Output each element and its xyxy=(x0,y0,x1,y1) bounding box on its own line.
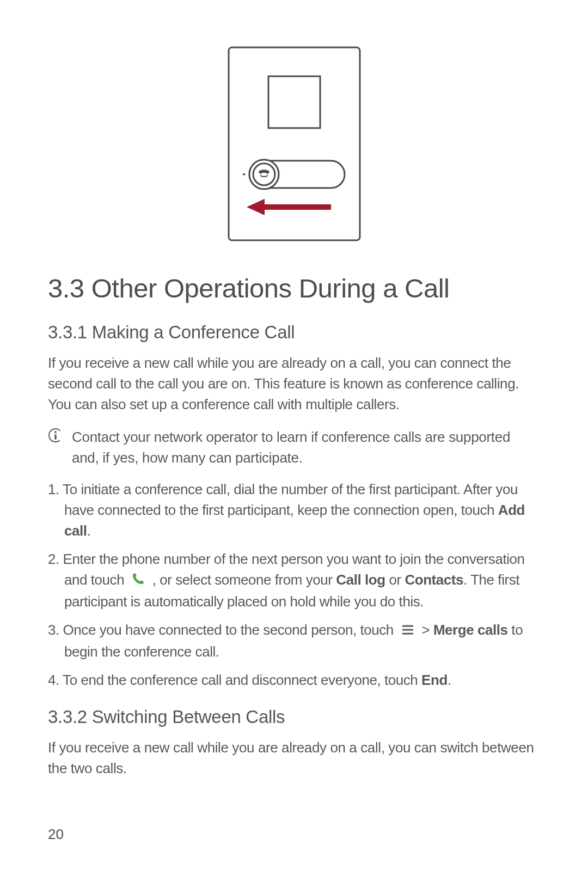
svg-rect-8 xyxy=(299,204,306,210)
end-label: End xyxy=(421,672,448,688)
call-log-label: Call log xyxy=(336,572,385,588)
contacts-label: Contacts xyxy=(405,572,463,588)
svg-rect-10 xyxy=(318,204,322,210)
step-2-text-b: , or select someone from your xyxy=(149,572,336,588)
step-1-text-b: . xyxy=(87,522,91,539)
svg-marker-7 xyxy=(247,199,265,215)
svg-point-13 xyxy=(54,431,57,433)
step-4: To end the conference call and disconnec… xyxy=(48,670,540,690)
switching-intro-paragraph: If you receive a new call while you are … xyxy=(48,737,540,779)
step-4-text-a: To end the conference call and disconnec… xyxy=(63,672,421,688)
info-icon xyxy=(48,427,72,443)
operator-note: Contact your network operator to learn i… xyxy=(48,427,540,468)
swipe-left-arrow-icon xyxy=(247,199,331,215)
step-3: Once you have connected to the second pe… xyxy=(48,619,540,662)
merge-calls-label: Merge calls xyxy=(433,622,508,638)
step-1: To initiate a conference call, dial the … xyxy=(48,479,540,541)
operator-note-text: Contact your network operator to learn i… xyxy=(72,427,540,468)
step-2-text-c: or xyxy=(385,572,405,588)
phone-illustration xyxy=(228,46,361,241)
svg-rect-9 xyxy=(309,204,315,210)
section-heading: 3.3 Other Operations During a Call xyxy=(48,273,540,303)
menu-icon xyxy=(401,621,415,641)
step-2: Enter the phone number of the next perso… xyxy=(48,549,540,612)
step-3-text-b: > xyxy=(418,622,433,638)
conference-steps: To initiate a conference call, dial the … xyxy=(48,479,540,690)
svg-point-11 xyxy=(326,205,330,209)
svg-point-4 xyxy=(253,163,275,185)
page-number: 20 xyxy=(48,826,64,843)
svg-rect-1 xyxy=(268,76,320,128)
step-4-text-b: . xyxy=(448,672,451,688)
conference-intro-paragraph: If you receive a new call while you are … xyxy=(48,353,540,415)
subsection-3-3-2-heading: 3.3.2 Switching Between Calls xyxy=(48,707,540,727)
phone-svg xyxy=(228,46,361,241)
subsection-3-3-1-heading: 3.3.1 Making a Conference Call xyxy=(48,322,540,343)
dial-icon xyxy=(131,570,145,591)
svg-point-5 xyxy=(243,173,245,175)
step-1-text-a: To initiate a conference call, dial the … xyxy=(63,481,518,518)
manual-page: 3.3 Other Operations During a Call 3.3.1… xyxy=(0,0,588,881)
svg-rect-14 xyxy=(54,434,56,440)
step-3-text-a: Once you have connected to the second pe… xyxy=(63,622,397,638)
